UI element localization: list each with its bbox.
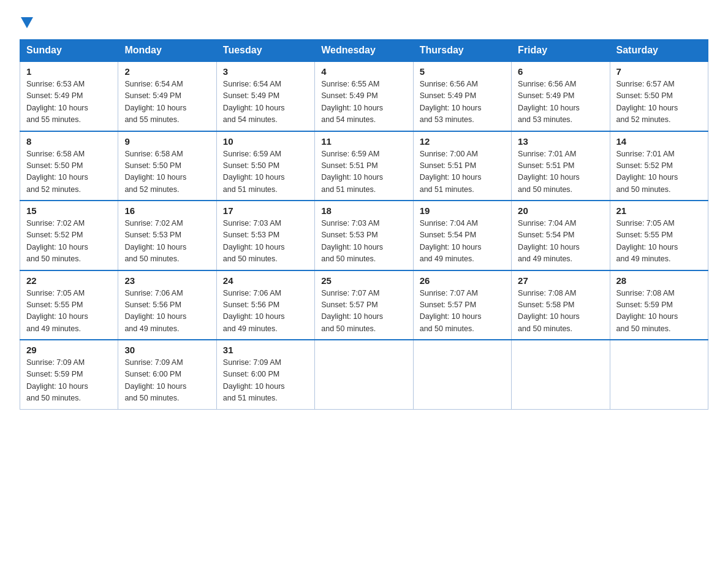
day-number: 1	[26, 66, 112, 77]
weekday-header-thursday: Thursday	[413, 40, 511, 62]
day-info: Sunrise: 6:57 AMSunset: 5:50 PMDaylight:…	[616, 79, 702, 126]
calendar-week-row: 1 Sunrise: 6:53 AMSunset: 5:49 PMDayligh…	[20, 61, 708, 131]
day-info: Sunrise: 7:00 AMSunset: 5:51 PMDaylight:…	[420, 148, 505, 196]
calendar-cell: 27 Sunrise: 7:08 AMSunset: 5:58 PMDaylig…	[512, 270, 610, 340]
day-number: 8	[26, 136, 112, 147]
calendar-cell: 9 Sunrise: 6:58 AMSunset: 5:50 PMDayligh…	[118, 131, 216, 201]
day-info: Sunrise: 6:59 AMSunset: 5:51 PMDaylight:…	[321, 148, 406, 196]
day-info: Sunrise: 7:08 AMSunset: 5:58 PMDaylight:…	[518, 288, 603, 335]
day-number: 14	[616, 136, 702, 147]
calendar-cell	[610, 340, 708, 409]
calendar-header-row: SundayMondayTuesdayWednesdayThursdayFrid…	[20, 40, 708, 62]
calendar-cell: 8 Sunrise: 6:58 AMSunset: 5:50 PMDayligh…	[20, 131, 118, 201]
day-number: 27	[518, 275, 603, 286]
calendar-cell: 16 Sunrise: 7:02 AMSunset: 5:53 PMDaylig…	[118, 201, 216, 270]
weekday-header-wednesday: Wednesday	[315, 40, 413, 62]
calendar-cell: 13 Sunrise: 7:01 AMSunset: 5:51 PMDaylig…	[512, 131, 610, 201]
day-number: 15	[26, 205, 112, 216]
day-number: 18	[321, 205, 406, 216]
calendar-cell: 2 Sunrise: 6:54 AMSunset: 5:49 PMDayligh…	[118, 61, 216, 131]
day-info: Sunrise: 7:06 AMSunset: 5:56 PMDaylight:…	[124, 288, 210, 335]
day-number: 22	[26, 275, 112, 286]
calendar-cell: 12 Sunrise: 7:00 AMSunset: 5:51 PMDaylig…	[413, 131, 511, 201]
weekday-header-friday: Friday	[512, 40, 610, 62]
logo	[20, 15, 33, 28]
day-number: 7	[616, 66, 702, 77]
calendar-cell: 15 Sunrise: 7:02 AMSunset: 5:52 PMDaylig…	[20, 201, 118, 270]
day-number: 26	[420, 275, 505, 286]
calendar-cell: 17 Sunrise: 7:03 AMSunset: 5:53 PMDaylig…	[216, 201, 314, 270]
calendar-cell: 22 Sunrise: 7:05 AMSunset: 5:55 PMDaylig…	[20, 270, 118, 340]
calendar-week-row: 8 Sunrise: 6:58 AMSunset: 5:50 PMDayligh…	[20, 131, 708, 201]
calendar-cell: 29 Sunrise: 7:09 AMSunset: 5:59 PMDaylig…	[20, 340, 118, 409]
calendar-cell: 25 Sunrise: 7:07 AMSunset: 5:57 PMDaylig…	[315, 270, 413, 340]
calendar-cell	[512, 340, 610, 409]
day-info: Sunrise: 6:58 AMSunset: 5:50 PMDaylight:…	[26, 148, 112, 196]
day-info: Sunrise: 6:54 AMSunset: 5:49 PMDaylight:…	[223, 79, 308, 126]
calendar-cell: 31 Sunrise: 7:09 AMSunset: 6:00 PMDaylig…	[216, 340, 314, 409]
calendar-cell: 30 Sunrise: 7:09 AMSunset: 6:00 PMDaylig…	[118, 340, 216, 409]
calendar-cell: 20 Sunrise: 7:04 AMSunset: 5:54 PMDaylig…	[512, 201, 610, 270]
page-header	[20, 15, 708, 28]
weekday-header-sunday: Sunday	[20, 40, 118, 62]
day-number: 2	[124, 66, 210, 77]
calendar-cell: 11 Sunrise: 6:59 AMSunset: 5:51 PMDaylig…	[315, 131, 413, 201]
day-number: 29	[26, 345, 112, 355]
calendar-cell: 18 Sunrise: 7:03 AMSunset: 5:53 PMDaylig…	[315, 201, 413, 270]
calendar-cell: 21 Sunrise: 7:05 AMSunset: 5:55 PMDaylig…	[610, 201, 708, 270]
day-number: 6	[518, 66, 603, 77]
calendar-cell: 7 Sunrise: 6:57 AMSunset: 5:50 PMDayligh…	[610, 61, 708, 131]
day-number: 25	[321, 275, 406, 286]
day-number: 23	[124, 275, 210, 286]
calendar-cell: 19 Sunrise: 7:04 AMSunset: 5:54 PMDaylig…	[413, 201, 511, 270]
calendar-cell: 26 Sunrise: 7:07 AMSunset: 5:57 PMDaylig…	[413, 270, 511, 340]
calendar-week-row: 22 Sunrise: 7:05 AMSunset: 5:55 PMDaylig…	[20, 270, 708, 340]
day-info: Sunrise: 6:56 AMSunset: 5:49 PMDaylight:…	[420, 79, 505, 126]
day-info: Sunrise: 6:53 AMSunset: 5:49 PMDaylight:…	[26, 79, 112, 126]
day-info: Sunrise: 7:04 AMSunset: 5:54 PMDaylight:…	[518, 218, 603, 266]
day-number: 9	[124, 136, 210, 147]
calendar-cell	[315, 340, 413, 409]
day-number: 5	[420, 66, 505, 77]
calendar-cell: 4 Sunrise: 6:55 AMSunset: 5:49 PMDayligh…	[315, 61, 413, 131]
day-info: Sunrise: 7:06 AMSunset: 5:56 PMDaylight:…	[223, 288, 308, 335]
day-number: 31	[223, 345, 308, 355]
day-number: 19	[420, 205, 505, 216]
day-info: Sunrise: 7:01 AMSunset: 5:52 PMDaylight:…	[616, 148, 702, 196]
calendar-cell: 6 Sunrise: 6:56 AMSunset: 5:49 PMDayligh…	[512, 61, 610, 131]
day-info: Sunrise: 7:03 AMSunset: 5:53 PMDaylight:…	[223, 218, 308, 266]
day-info: Sunrise: 7:08 AMSunset: 5:59 PMDaylight:…	[616, 288, 702, 335]
calendar-cell: 1 Sunrise: 6:53 AMSunset: 5:49 PMDayligh…	[20, 61, 118, 131]
day-info: Sunrise: 7:04 AMSunset: 5:54 PMDaylight:…	[420, 218, 505, 266]
day-number: 11	[321, 136, 406, 147]
day-info: Sunrise: 6:56 AMSunset: 5:49 PMDaylight:…	[518, 79, 603, 126]
day-info: Sunrise: 6:55 AMSunset: 5:49 PMDaylight:…	[321, 79, 406, 126]
day-info: Sunrise: 7:01 AMSunset: 5:51 PMDaylight:…	[518, 148, 603, 196]
day-info: Sunrise: 6:59 AMSunset: 5:50 PMDaylight:…	[223, 148, 308, 196]
day-info: Sunrise: 7:05 AMSunset: 5:55 PMDaylight:…	[616, 218, 702, 266]
day-number: 10	[223, 136, 308, 147]
day-number: 4	[321, 66, 406, 77]
day-info: Sunrise: 7:02 AMSunset: 5:52 PMDaylight:…	[26, 218, 112, 266]
weekday-header-saturday: Saturday	[610, 40, 708, 62]
calendar-cell: 23 Sunrise: 7:06 AMSunset: 5:56 PMDaylig…	[118, 270, 216, 340]
calendar-cell: 14 Sunrise: 7:01 AMSunset: 5:52 PMDaylig…	[610, 131, 708, 201]
day-number: 12	[420, 136, 505, 147]
day-number: 24	[223, 275, 308, 286]
day-info: Sunrise: 6:58 AMSunset: 5:50 PMDaylight:…	[124, 148, 210, 196]
calendar-cell: 10 Sunrise: 6:59 AMSunset: 5:50 PMDaylig…	[216, 131, 314, 201]
day-number: 3	[223, 66, 308, 77]
day-number: 21	[616, 205, 702, 216]
day-info: Sunrise: 7:09 AMSunset: 6:00 PMDaylight:…	[124, 357, 210, 405]
day-info: Sunrise: 7:09 AMSunset: 5:59 PMDaylight:…	[26, 357, 112, 405]
day-info: Sunrise: 7:07 AMSunset: 5:57 PMDaylight:…	[420, 288, 505, 335]
day-info: Sunrise: 7:02 AMSunset: 5:53 PMDaylight:…	[124, 218, 210, 266]
day-number: 30	[124, 345, 210, 355]
calendar-cell	[413, 340, 511, 409]
calendar-week-row: 29 Sunrise: 7:09 AMSunset: 5:59 PMDaylig…	[20, 340, 708, 409]
weekday-header-tuesday: Tuesday	[216, 40, 314, 62]
calendar-cell: 24 Sunrise: 7:06 AMSunset: 5:56 PMDaylig…	[216, 270, 314, 340]
day-number: 17	[223, 205, 308, 216]
calendar-cell: 28 Sunrise: 7:08 AMSunset: 5:59 PMDaylig…	[610, 270, 708, 340]
day-info: Sunrise: 7:05 AMSunset: 5:55 PMDaylight:…	[26, 288, 112, 335]
